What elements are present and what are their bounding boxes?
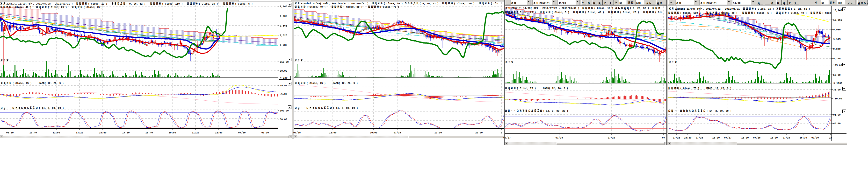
svg-text:× 100: × 100 [280,77,287,79]
svg-text:ИЮ: ИЮ [830,1,836,5]
svg-text:Ф: Ф [604,1,607,5]
svg-text:22:40: 22:40 [215,131,222,134]
svg-text:16:30: 16:30 [800,137,807,139]
svg-text:07/26: 07/26 [696,137,703,139]
svg-text:07/27: 07/27 [724,137,732,139]
svg-text:12:00: 12:00 [329,131,337,134]
svg-text:9,945: 9,945 [280,5,287,8]
svg-text:ЖЯ225mini: ЖЯ225mini [701,1,717,5]
svg-text:ѤΞΨ: ѤΞΨ [1,59,9,62]
svg-text:MACD( 12, 26, 9 ): MACD( 12, 26, 9 ) [706,87,732,90]
svg-text:Щ: Щ [598,1,601,5]
svg-text:ЖЯ: ЖЯ [511,1,517,5]
svg-text:ЖЯ225mini 11/09( 15Ф, 2011/07/: ЖЯ225mini 11/09( 15Ф, 2011/07/22 - 2011/… [295,2,369,5]
svg-text:ѤΞΨ: ѤΞΨ [505,61,514,64]
svg-text:19.50: 19.50 [280,84,287,87]
svg-text:07/25: 07/25 [673,137,680,139]
svg-text:07: 07 [662,137,665,139]
svg-text:ЖЯ225mini 11/09( 5Ф, 2011/07/2: ЖЯ225mini 11/09( 5Ф, 2011/07/28 - 2011/0… [0,2,73,6]
svg-text:MACD( 12, 26, 9 ): MACD( 12, 26, 9 ) [39,82,64,85]
svg-text:ДЮѤΞ: ДЮѤΞ [858,1,868,5]
svg-text:55.00: 55.00 [833,74,841,76]
svg-text:ШЩИЮ( Clo: ШЩИЮ( Clo [479,2,498,5]
svg-text:ЖЯ225mini: ЖЯ225mini [533,1,550,5]
svg-text:16:30: 16:30 [770,137,778,139]
svg-text:ΩЏ-·ΩЋЂЊΩЉЁЇΩ( 14, 3, 80, 20 ): ΩЏ-·ΩЋЂЊΩЉЁЇΩ( 14, 3, 80, 20 ) [505,109,568,113]
svg-text:ЭБ: ЭБ [848,1,854,5]
svg-text:9,825: 9,825 [280,34,287,37]
svg-text:1: 1 [610,2,611,5]
svg-text:ΩЏ-·ΩЋЂЊΩЉЁЇΩ( 14, 3, 80, 20 ): ΩЏ-·ΩЋЂЊΩЉЁЇΩ( 14, 3, 80, 20 ) [1,106,64,110]
svg-text:45.00: 45.00 [833,122,841,125]
svg-text:Ф: Ф [789,1,792,5]
svg-text:50.00: 50.00 [280,118,287,121]
svg-text:MACD( 12, 26, 9 ): MACD( 12, 26, 9 ) [543,87,568,90]
svg-text:ΩЏ-·ΩЋЂЊΩЉЁЇΩ( 14, 3, 80, 20 ): ΩЏ-·ΩЋЂЊΩЉЁЇΩ( 14, 3, 80, 20 ) [295,106,358,110]
svg-text:07/30: 07/30 [811,137,819,139]
svg-text:ЖЯ225mini 11/09( 30Ф, 2011/07/: ЖЯ225mini 11/09( 30Ф, 2011/07/22 - 2011/… [505,6,579,10]
svg-text:ШЩИЮ( Close, 75 ): ШЩИЮ( Close, 75 ) [505,87,536,90]
svg-text:ШЩИЮ( Close, 10 ): ШЩИЮ( Close, 10 ) [372,2,403,5]
svg-text:16:30: 16:30 [741,137,749,139]
svg-text:09:20: 09:20 [6,131,14,134]
svg-text:07/29: 07/29 [394,131,401,134]
svg-text:18:40: 18:40 [146,131,153,134]
svg-text:Ж: Ж [588,1,591,5]
svg-text:ЖЯ225mini 11/09( 60Ф, 2011/07/: ЖЯ225mini 11/09( 60Ф, 2011/07/22 - 2011/… [669,7,743,11]
svg-text:16:30: 16:30 [684,137,691,139]
svg-text:Ш: Ш [593,1,596,5]
svg-text:ШЩИЮ( Close, 10 ): ШЩИЮ( Close, 10 ) [582,6,613,10]
svg-text:14:40: 14:40 [99,131,106,134]
svg-text:ЭБ: ЭБ [646,1,652,5]
svg-text:ШЩИЮ( Close, 20 ): ШЩИЮ( Close, 20 ) [187,2,218,6]
svg-text:ШЩИЮ( Close, 25 ): ШЩИЮ( Close, 25 ) [332,5,363,9]
svg-text:ШЩИЮ( Close, 20 ): ШЩИЮ( Close, 20 ) [505,11,536,14]
svg-text:Щ: Щ [783,1,786,5]
svg-text:12:00: 12:00 [434,131,442,134]
svg-text:Ф: Ф [815,1,818,5]
svg-text:07/29: 07/29 [783,137,790,139]
svg-text:20:00: 20:00 [370,131,377,134]
svg-text:16: 16 [829,137,832,139]
svg-text:-10.00: -10.00 [833,98,842,100]
svg-text:Ф: Ф [615,1,618,5]
svg-text:ШЩИЮ( Close, 75 ): ШЩИЮ( Close, 75 ) [669,87,699,90]
svg-text:20:00: 20:00 [169,131,176,134]
svg-text:ШЩИЮ( Close, 75 ): ШЩИЮ( Close, 75 ) [368,5,399,9]
svg-text:ДЮ: ДЮ [657,1,663,5]
svg-text:210.00: 210.00 [280,61,289,64]
svg-text:ШЩИЮ( Close, 5 ): ШЩИЮ( Close, 5 ) [742,11,772,15]
svg-text:9,765: 9,765 [833,57,841,60]
svg-text:ШЩИЮ( Clo: ШЩИЮ( Clo [643,11,662,14]
svg-text:ШЩИ: ШЩИ [652,6,661,10]
svg-text:0: 0 [501,131,502,134]
svg-text:Ж: Ж [771,1,774,5]
svg-text:ЭБЮДЦ( 9, 26, 52 ): ЭБЮДЦ( 9, 26, 52 ) [405,2,439,5]
svg-text:ШЩИЮ( Close, 5 ): ШЩИЮ( Close, 5 ) [540,11,569,14]
svg-text:17:20: 17:20 [122,131,130,134]
svg-text:10,140: 10,140 [833,9,842,12]
svg-text:07/28: 07/28 [293,131,301,134]
svg-text:500: 500 [838,2,842,5]
svg-text:16:30: 16:30 [712,137,720,139]
svg-text:ШЩИЮ( Close, 150 ): ШЩИЮ( Close, 150 ) [150,2,183,6]
svg-text:95.00: 95.00 [833,114,841,116]
svg-text:11/09: 11/09 [733,2,741,5]
svg-text:9,905: 9,905 [280,15,287,17]
svg-text:01:20: 01:20 [261,131,269,134]
svg-text:10,065: 10,065 [833,19,842,22]
svg-text:ШЩИЮ( Close, 150 ): ШЩИЮ( Close, 150 ) [442,2,474,5]
svg-text:21:20: 21:20 [192,131,199,134]
svg-text:135.00: 135.00 [833,64,842,67]
svg-text:07/30: 07/30 [238,131,246,134]
svg-text:ШЩИЮ( Close, 150 ): ШЩИЮ( Close, 150 ) [669,11,701,15]
svg-text:60: 60 [822,2,824,5]
svg-text:ШЩИЮ( Close, 25 ): ШЩИЮ( Close, 25 ) [608,11,639,14]
svg-text:ЖЯ: ЖЯ [676,1,682,5]
svg-text:ШЩИЮ( Close, 20 ): ШЩИЮ( Close, 20 ) [707,11,738,15]
svg-text:9,785: 9,785 [280,44,287,47]
svg-text:ИЮ: ИЮ [628,1,634,5]
svg-text:9,915: 9,915 [833,38,841,41]
svg-text:MACD( 12, 26, 9 ): MACD( 12, 26, 9 ) [333,82,358,85]
svg-text:500: 500 [636,2,641,5]
